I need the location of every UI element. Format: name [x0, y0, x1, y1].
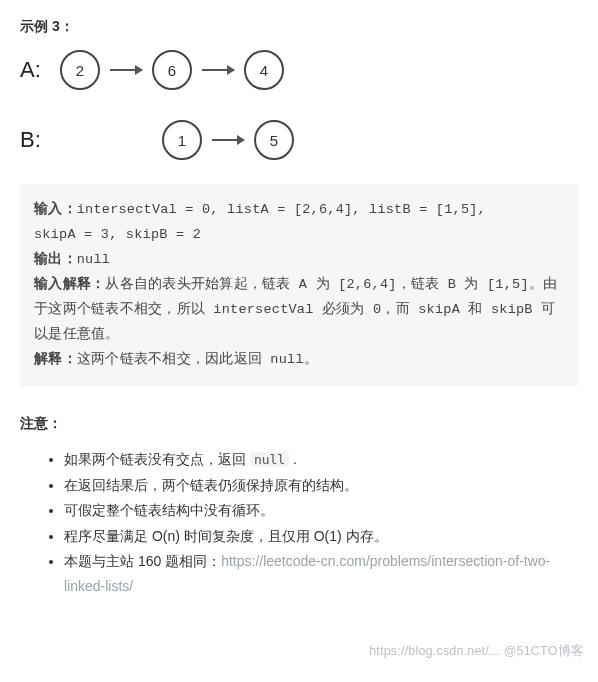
node-a-1: 6 [152, 50, 192, 90]
output-label: 输出： [34, 252, 77, 267]
node-b-1: 5 [254, 120, 294, 160]
arrow-icon [110, 69, 142, 71]
note-text: . [289, 451, 297, 467]
input-line-2: skipA = 3, skipB = 2 [34, 223, 564, 248]
notes-list: 如果两个链表没有交点，返回 null . 在返回结果后，两个链表仍须保持原有的结… [20, 447, 578, 598]
list-item: 可假定整个链表结构中没有循环。 [64, 498, 578, 523]
list-item: 本题与主站 160 题相同：https://leetcode-cn.com/pr… [64, 549, 578, 598]
diagram-list-b: B: 1 5 [20, 120, 578, 160]
list-item: 在返回结果后，两个链表仍须保持原有的结构。 [64, 473, 578, 498]
explanation-text: 这两个链表不相交，因此返回 null。 [77, 352, 318, 367]
diagram-list-a: A: 2 6 4 [20, 50, 578, 90]
input-line-1: intersectVal = 0, listA = [2,6,4], listB… [77, 202, 486, 217]
node-a-2: 4 [244, 50, 284, 90]
input-explanation-text: 从各自的表头开始算起，链表 A 为 [2,6,4]，链表 B 为 [1,5]。由… [34, 277, 557, 342]
node-a-0: 2 [60, 50, 100, 90]
explanation-label: 解释： [34, 352, 77, 367]
arrow-icon [202, 69, 234, 71]
note-text: 如果两个链表没有交点，返回 [64, 451, 250, 467]
watermark-text: https://blog.csdn.net/... @51CTO博客 [369, 643, 584, 660]
arrow-icon [212, 139, 244, 141]
code-block: 输入：intersectVal = 0, listA = [2,6,4], li… [20, 184, 578, 387]
notes-heading: 注意： [20, 415, 578, 433]
list-a-label: A: [20, 57, 50, 83]
list-item: 程序尽量满足 O(n) 时间复杂度，且仅用 O(1) 内存。 [64, 524, 578, 549]
input-explanation-label: 输入解释： [34, 277, 105, 292]
note-text: 本题与主站 160 题相同： [64, 553, 221, 569]
node-b-0: 1 [162, 120, 202, 160]
list-b-label: B: [20, 127, 50, 153]
list-item: 如果两个链表没有交点，返回 null . [64, 447, 578, 472]
output-value: null [77, 252, 110, 267]
input-label: 输入： [34, 202, 77, 217]
inline-code-null: null [250, 452, 289, 467]
example-heading: 示例 3： [20, 18, 578, 36]
